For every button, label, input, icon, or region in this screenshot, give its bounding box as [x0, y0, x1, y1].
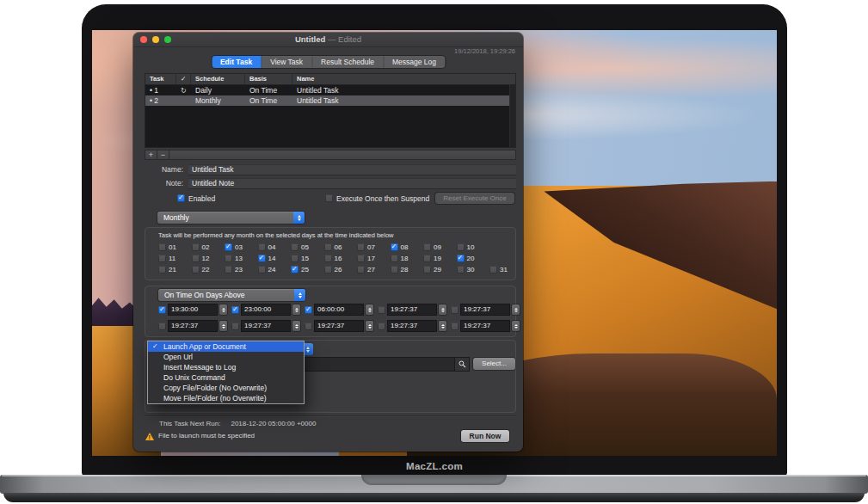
checkbox-icon[interactable]: [391, 243, 398, 251]
note-field[interactable]: Untitled Note: [188, 178, 516, 189]
day-checkbox-20[interactable]: 20: [457, 254, 490, 262]
time-field[interactable]: 06:00:00: [315, 304, 363, 315]
time-field[interactable]: 19:27:37: [242, 321, 290, 331]
close-button[interactable]: [140, 36, 147, 43]
checkbox-icon[interactable]: [158, 243, 166, 251]
tab-result-schedule[interactable]: Result Schedule: [312, 56, 384, 68]
day-checkbox-02[interactable]: 02: [192, 243, 225, 251]
checkbox-icon[interactable]: [225, 266, 232, 274]
day-checkbox-08[interactable]: 08: [391, 243, 424, 251]
table-row[interactable]: • 2MonthlyOn TimeUntitled Task: [145, 95, 515, 106]
checkbox-icon[interactable]: [357, 266, 365, 274]
time-field[interactable]: 23:00:00: [242, 304, 290, 315]
column-header-task[interactable]: Task: [145, 74, 176, 84]
checkbox-icon[interactable]: [177, 194, 185, 202]
day-checkbox-15[interactable]: 15: [291, 254, 324, 262]
time-stepper[interactable]: [219, 321, 227, 331]
time-stepper[interactable]: [292, 304, 300, 315]
checkbox-icon[interactable]: [258, 243, 266, 251]
checkbox-icon[interactable]: [357, 255, 365, 262]
time-mode-popup[interactable]: On Time On Days Above: [158, 289, 305, 301]
time-checkbox[interactable]: [451, 306, 459, 314]
search-button[interactable]: [455, 358, 469, 371]
checkbox-icon[interactable]: [357, 243, 365, 251]
day-checkbox-07[interactable]: 07: [357, 243, 391, 251]
time-stepper[interactable]: [219, 304, 227, 315]
time-checkbox[interactable]: [451, 323, 459, 330]
checkbox-icon[interactable]: [391, 266, 398, 274]
name-field[interactable]: Untitled Task: [188, 164, 516, 175]
time-checkbox[interactable]: [378, 306, 385, 314]
day-checkbox-10[interactable]: 10: [457, 243, 490, 251]
time-field[interactable]: 19:27:37: [388, 321, 436, 331]
checkbox-icon[interactable]: [423, 266, 431, 274]
day-checkbox-12[interactable]: 12: [192, 254, 225, 262]
time-checkbox[interactable]: [158, 323, 166, 330]
checkbox-icon[interactable]: [291, 243, 299, 251]
time-stepper[interactable]: [366, 321, 373, 331]
day-checkbox-04[interactable]: 04: [258, 243, 292, 251]
checkbox-icon[interactable]: [225, 255, 232, 262]
column-header-[interactable]: ✓: [176, 74, 191, 84]
time-field[interactable]: 19:27:37: [388, 304, 436, 315]
day-checkbox-11[interactable]: 11: [158, 254, 192, 262]
day-checkbox-30[interactable]: 30: [457, 265, 490, 274]
checkbox-icon[interactable]: [158, 266, 166, 274]
menu-item-insert-message-to-log[interactable]: Insert Message to Log: [148, 362, 304, 372]
time-checkbox[interactable]: [231, 306, 239, 314]
time-field[interactable]: 19:27:37: [461, 304, 509, 315]
time-field[interactable]: 19:27:37: [461, 321, 509, 331]
day-checkbox-27[interactable]: 27: [357, 265, 391, 274]
day-checkbox-25[interactable]: 25: [291, 265, 324, 274]
checkbox-icon[interactable]: [158, 255, 166, 262]
menu-item-copy-file-folder-no-overwrite[interactable]: Copy File/Folder (No Overwrite): [148, 383, 304, 393]
time-checkbox[interactable]: [231, 323, 239, 330]
menu-item-move-file-folder-no-overwrite[interactable]: Move File/Folder (no Overwrite): [148, 393, 304, 403]
checkbox-icon[interactable]: [192, 255, 200, 262]
time-stepper[interactable]: [292, 321, 300, 331]
column-header-name[interactable]: Name: [292, 74, 515, 84]
select-file-button[interactable]: Select...: [473, 358, 515, 370]
time-stepper[interactable]: [512, 304, 520, 315]
column-header-schedule[interactable]: Schedule: [191, 74, 245, 84]
day-checkbox-13[interactable]: 13: [225, 254, 258, 262]
checkbox-icon[interactable]: [391, 255, 398, 262]
time-stepper[interactable]: [366, 304, 373, 315]
zoom-button[interactable]: [164, 36, 171, 43]
tab-view-task[interactable]: View Task: [262, 56, 312, 68]
checkbox-icon[interactable]: [258, 255, 266, 262]
day-checkbox-31[interactable]: 31: [489, 265, 523, 274]
day-checkbox-22[interactable]: 22: [192, 265, 225, 274]
menu-item-do-unix-command[interactable]: Do Unix Command: [148, 372, 304, 383]
time-checkbox[interactable]: [378, 323, 385, 330]
add-task-button[interactable]: +: [145, 151, 157, 159]
checkbox-icon[interactable]: [324, 243, 332, 251]
time-checkbox[interactable]: [305, 306, 312, 314]
execute-once-checkbox[interactable]: Execute Once then Suspend: [325, 193, 429, 204]
checkbox-icon[interactable]: [457, 266, 465, 274]
table-row[interactable]: • 1↻DailyOn TimeUntitled Task: [145, 85, 515, 95]
day-checkbox-23[interactable]: 23: [225, 265, 258, 274]
day-checkbox-06[interactable]: 06: [324, 243, 358, 251]
time-checkbox[interactable]: [305, 323, 312, 330]
day-checkbox-05[interactable]: 05: [291, 243, 324, 251]
day-checkbox-24[interactable]: 24: [258, 265, 292, 274]
time-field[interactable]: 19:27:37: [315, 321, 363, 331]
day-checkbox-16[interactable]: 16: [324, 254, 358, 262]
menu-item-launch-app-or-document[interactable]: Launch App or Document✓: [148, 341, 304, 352]
time-checkbox[interactable]: [158, 306, 166, 314]
checkbox-icon[interactable]: [192, 266, 200, 274]
tab-message-log[interactable]: Message Log: [384, 56, 445, 68]
menu-item-open-url[interactable]: Open Url: [148, 352, 304, 362]
time-stepper[interactable]: [439, 321, 446, 331]
checkbox-icon[interactable]: [192, 243, 200, 251]
tab-edit-task[interactable]: Edit Task: [212, 56, 262, 68]
day-checkbox-17[interactable]: 17: [357, 254, 391, 262]
table-scrollbar[interactable]: [509, 84, 515, 147]
day-checkbox-03[interactable]: 03: [225, 243, 258, 251]
time-field[interactable]: 19:30:00: [169, 304, 217, 315]
day-checkbox-14[interactable]: 14: [258, 254, 292, 262]
checkbox-icon[interactable]: [324, 266, 332, 274]
time-stepper[interactable]: [439, 304, 446, 315]
remove-task-button[interactable]: −: [157, 151, 169, 159]
